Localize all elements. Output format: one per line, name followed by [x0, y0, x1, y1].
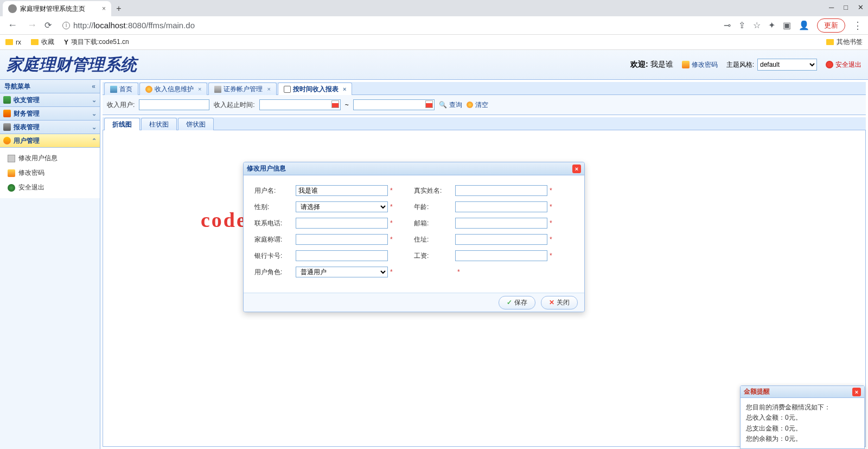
- subtab-bar[interactable]: 柱状图: [141, 118, 177, 130]
- accordion-finance[interactable]: 财务管理 ⌄: [0, 107, 100, 121]
- telephone-field[interactable]: [296, 218, 388, 229]
- bookmark-label: rx: [16, 39, 21, 46]
- browser-tab-active[interactable]: 家庭理财管理系统主页 ×: [3, 1, 111, 16]
- subtab-pie[interactable]: 饼状图: [178, 118, 214, 130]
- change-password-link[interactable]: 修改密码: [682, 60, 718, 69]
- accordion-label: 报表管理: [14, 123, 40, 132]
- realname-field[interactable]: [455, 185, 547, 196]
- url-text: http://localhost:8080/ffms/main.do: [73, 21, 195, 30]
- menu-logout[interactable]: 安全退出: [0, 180, 100, 195]
- search-button[interactable]: 🔍 查询: [439, 100, 462, 110]
- tab-close-icon[interactable]: ×: [102, 5, 106, 12]
- date-from-input[interactable]: [259, 99, 341, 110]
- bookmark-fav[interactable]: 收藏: [31, 37, 54, 47]
- key-icon[interactable]: ⊸: [724, 20, 731, 30]
- folder-icon: [826, 39, 834, 45]
- dialog-title-bar[interactable]: 修改用户信息 ×: [244, 162, 584, 175]
- window-minimize-icon[interactable]: ─: [829, 3, 834, 12]
- dialog-footer: ✓ 保存 ✕ 关闭: [244, 293, 584, 312]
- menu-change-password[interactable]: 修改密码: [0, 166, 100, 180]
- calendar-icon[interactable]: [425, 100, 433, 108]
- reminder-line: 总收入金额：0元。: [746, 413, 859, 423]
- salary-field[interactable]: [455, 250, 547, 261]
- tab-label: 按时间收入报表: [293, 85, 339, 94]
- edit-icon: [8, 155, 15, 162]
- chevron-down-icon: ⌄: [92, 97, 97, 104]
- save-label: 保存: [514, 298, 527, 307]
- profile-icon[interactable]: 👤: [799, 20, 809, 30]
- age-field[interactable]: [455, 201, 547, 212]
- bank-card-field[interactable]: [296, 250, 388, 261]
- reminder-title: 金额提醒: [744, 387, 770, 396]
- window-maximize-icon[interactable]: □: [844, 3, 848, 12]
- reminder-close-icon[interactable]: ×: [852, 388, 861, 396]
- url-box[interactable]: i http://localhost:8080/ffms/main.do: [57, 21, 718, 30]
- tab-close-icon[interactable]: ×: [198, 86, 201, 92]
- tab-label: 证券帐户管理: [224, 85, 263, 94]
- role-select[interactable]: 普通用户: [296, 267, 388, 277]
- y-icon: Y: [64, 39, 68, 46]
- address-field[interactable]: [455, 234, 547, 245]
- accordion-income-expense[interactable]: 收支管理 ⌄: [0, 93, 100, 107]
- header-actions: 欢迎: 我是谁 修改密码 主题风格: default 安全退出: [630, 59, 861, 71]
- username-field[interactable]: [296, 185, 388, 196]
- reminder-title-bar[interactable]: 金额提醒 ×: [741, 386, 864, 398]
- gender-select[interactable]: 请选择: [296, 201, 388, 212]
- nav-forward-icon[interactable]: →: [25, 20, 39, 31]
- email-field[interactable]: [455, 218, 547, 229]
- theme-select[interactable]: default: [757, 59, 817, 71]
- user-filter-input[interactable]: [139, 99, 209, 110]
- collapse-icon[interactable]: «: [92, 83, 95, 90]
- menu-edit-user-info[interactable]: 修改用户信息: [0, 151, 100, 166]
- telephone-label: 联系电话:: [254, 219, 296, 228]
- update-button[interactable]: 更新: [817, 18, 845, 33]
- reminder-line: 您的余额为：0元。: [746, 434, 859, 444]
- required-mark: *: [390, 203, 393, 211]
- filter-toolbar: 收入用户: 收入起止时间: ~ 🔍 查询 清空: [103, 95, 866, 115]
- extensions-icon[interactable]: ✦: [768, 20, 775, 30]
- logout-link[interactable]: 安全退出: [826, 60, 861, 69]
- browser-tab-bar: 家庭理财管理系统主页 × + ─ □ ✕: [0, 0, 868, 16]
- share-icon[interactable]: ⇪: [738, 20, 745, 30]
- required-mark: *: [390, 187, 393, 194]
- window-close-icon[interactable]: ✕: [858, 3, 864, 12]
- welcome-label: 欢迎:: [630, 60, 648, 68]
- browser-tab-title: 家庭理财管理系统主页: [20, 4, 85, 14]
- calendar-icon[interactable]: [331, 100, 339, 108]
- app-header: 家庭理财管理系统 欢迎: 我是谁 修改密码 主题风格: default 安全退出: [0, 50, 868, 80]
- save-button[interactable]: ✓ 保存: [499, 296, 535, 309]
- new-tab-button[interactable]: +: [111, 1, 126, 16]
- favicon-icon: [8, 4, 17, 13]
- tab-time-income-report[interactable]: 按时间收入报表 ×: [278, 83, 352, 95]
- reminder-line: 总支出金额：0元。: [746, 423, 859, 434]
- required-mark: *: [390, 219, 393, 227]
- panel-icon[interactable]: ▣: [783, 20, 791, 30]
- star-icon[interactable]: ☆: [753, 20, 761, 30]
- close-button[interactable]: ✕ 关闭: [541, 296, 578, 309]
- tab-close-icon[interactable]: ×: [267, 86, 270, 92]
- date-to-input[interactable]: [353, 99, 435, 110]
- required-mark: *: [457, 268, 460, 276]
- tab-income-maintenance[interactable]: 收入信息维护 ×: [139, 83, 207, 95]
- family-title-field[interactable]: [296, 234, 388, 245]
- menu-kebab-icon[interactable]: ⋮: [853, 20, 863, 31]
- home-icon: [110, 86, 117, 93]
- bookmark-rx[interactable]: rx: [5, 39, 21, 46]
- chevron-down-icon: ⌄: [92, 124, 97, 131]
- tab-close-icon[interactable]: ×: [343, 86, 346, 92]
- clear-button[interactable]: 清空: [467, 100, 488, 110]
- accordion-report[interactable]: 报表管理 ⌄: [0, 121, 100, 134]
- bookmark-other[interactable]: 其他书签: [826, 37, 863, 47]
- reload-icon[interactable]: ⟳: [44, 20, 52, 30]
- subtab-line[interactable]: 折线图: [104, 118, 140, 130]
- bookmark-label: 项目下载:code51.cn: [71, 37, 129, 47]
- site-info-icon[interactable]: i: [62, 22, 70, 29]
- accordion-label: 收支管理: [14, 96, 40, 105]
- tab-stock-account[interactable]: 证券帐户管理 ×: [208, 83, 276, 95]
- required-mark: *: [550, 236, 552, 243]
- dialog-close-icon[interactable]: ×: [572, 165, 581, 173]
- tab-home[interactable]: 首页: [104, 83, 138, 95]
- bookmark-code51[interactable]: Y项目下载:code51.cn: [64, 37, 129, 47]
- nav-back-icon[interactable]: ←: [5, 20, 20, 31]
- accordion-user[interactable]: 用户管理 ⌃: [0, 134, 100, 148]
